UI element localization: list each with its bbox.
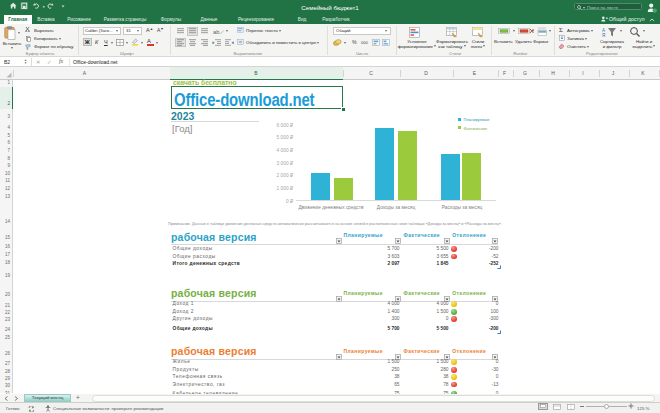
svg-text:А: А <box>602 27 605 32</box>
svg-text:ab: ab <box>213 29 220 35</box>
svg-text:Я: Я <box>602 33 605 38</box>
